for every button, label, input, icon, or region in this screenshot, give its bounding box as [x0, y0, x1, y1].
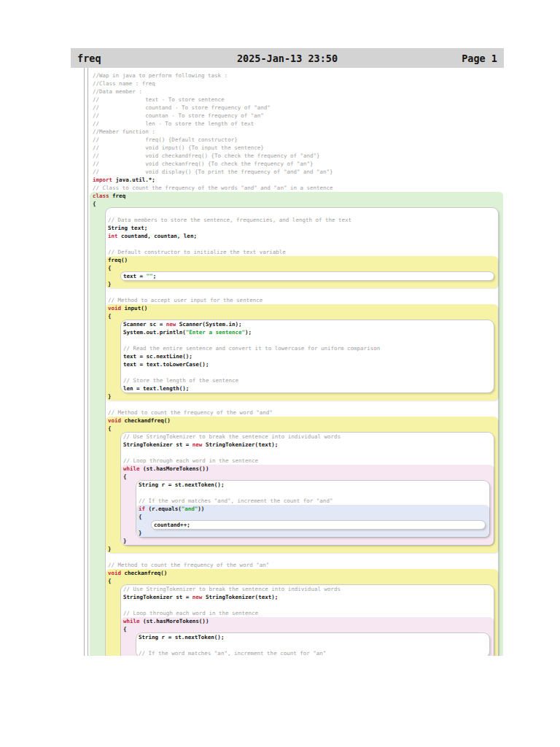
code-token-plain: Scanner sc = [123, 321, 166, 328]
code-line: void checkanfreq() [106, 569, 498, 577]
code-line: //Wap in java to perform following task … [90, 71, 503, 80]
code-token-kw: void [108, 305, 121, 311]
code-line: if (r.equals("and")) [136, 505, 489, 513]
code-token-plain: text = [123, 273, 147, 279]
code-token-str: "and" [182, 506, 198, 512]
code-token-kw: void [108, 570, 121, 576]
page-number: Page 1 [462, 53, 497, 64]
code-line: // Method to count the frequency of the … [106, 409, 498, 417]
code-token-kw: int [108, 233, 118, 239]
code-token-com: // void display() {To print the frequenc… [93, 169, 333, 175]
code-token-kw: while [123, 618, 140, 624]
code-area: //Wap in java to perform following task … [90, 71, 503, 656]
code-line: // void checkanfreq() {To check the freq… [90, 160, 503, 168]
code-line: // Method to accept user input for the s… [106, 296, 498, 304]
code-token-kw: while [123, 465, 140, 472]
scope-method: void input(){Scanner sc = new Scanner(Sy… [106, 304, 498, 400]
code-line: text = text.toLowerCase(); [121, 360, 494, 368]
page-margin-line-outer [84, 68, 85, 656]
code-line: void checkandfreq() [106, 417, 498, 425]
code-line: //Member function : [90, 128, 503, 136]
code-token-plain: } [108, 281, 112, 287]
scope-method: freq(){text = "";} [106, 256, 498, 288]
code-token-str: "Enter a sentence" [186, 329, 245, 336]
code-line: // Loop through each word in the sentenc… [121, 609, 494, 617]
code-token-plain: StringTokenizer st = [123, 594, 192, 600]
code-line: freq() [106, 256, 498, 264]
code-line: String r = st.nextToken(); [136, 481, 489, 489]
code-token-com: // freq() {Default constructor} [93, 136, 238, 143]
code-line: countand++; [152, 521, 485, 529]
code-line: // Class to count the frequency of the w… [90, 184, 503, 192]
code-line: // countan - To store frequency of "an" [90, 112, 503, 120]
code-token-com: // countand - To store frequency of "and… [93, 104, 271, 111]
code-token-kw: if [139, 506, 145, 512]
code-token-com: // Method to count the frequency of the … [108, 562, 269, 568]
code-token-plain: StringTokenizer st = [123, 441, 192, 448]
code-line: void input() [106, 304, 498, 312]
scope-body: // Use StringTokenizer to break the sent… [121, 585, 494, 656]
code-line: // Store the length of the sentence [121, 376, 494, 384]
code-token-plain: StringTokenizer(text); [202, 594, 278, 600]
scope-body: countand++; [152, 521, 485, 529]
code-token-com: //Class name : freq [93, 80, 155, 87]
code-line: { [136, 513, 489, 521]
code-line [136, 641, 489, 649]
code-token-com: //Wap in java to perform following task … [93, 72, 228, 79]
code-token-com: // If the word matches "an", increment t… [139, 650, 326, 656]
code-token-com: //Data member : [93, 88, 142, 95]
code-token-com: // len - To store the length of text [93, 120, 254, 127]
code-line: // countand - To store frequency of "and… [90, 104, 503, 112]
code-token-plain: System.out.println( [123, 329, 186, 336]
print-header: freq 2025-Jan-13 23:50 Page 1 [71, 48, 504, 68]
code-token-plain: { [123, 473, 127, 480]
code-line: import java.util.*; [90, 176, 503, 184]
code-token-plain: } [108, 546, 112, 552]
code-line: String text; [106, 224, 498, 232]
code-token-com: //Member function : [93, 128, 155, 135]
code-token-kw: import [93, 177, 112, 183]
scope-body: text = ""; [121, 272, 494, 280]
scope-body: // Data members to store the sentence, f… [106, 208, 498, 656]
code-token-plain: } [139, 530, 142, 536]
scope-loop: while (st.hasMoreTokens()){String r = st… [121, 465, 494, 545]
scope-class: class freq{ // Data members to store the… [90, 192, 503, 656]
code-token-plain: freq() [108, 257, 128, 263]
code-token-plain: checkanfreq() [121, 570, 167, 576]
code-line: // void checkandfreq() {To check the fre… [90, 152, 503, 160]
code-token-com: // Read the entire sentence and convert … [123, 345, 380, 352]
code-line: System.out.println("Enter a sentence"); [121, 328, 494, 336]
code-token-com: // Method to accept user input for the s… [108, 297, 262, 303]
code-token-plain: { [108, 265, 112, 271]
code-token-plain: { [108, 578, 112, 584]
code-token-com: // Loop through each word in the sentenc… [123, 457, 258, 464]
code-line: } [106, 545, 498, 553]
code-token-plain: text = sc.nextLine(); [123, 353, 192, 360]
code-token-com: // text - To store sentence [93, 96, 225, 103]
code-token-kw: void [108, 417, 121, 424]
code-token-plain: { [93, 201, 96, 207]
code-token-plain: len = text.length(); [123, 385, 189, 392]
code-line: // len - To store the length of text [90, 120, 503, 128]
code-token-com: // Use StringTokenizer to break the sent… [123, 433, 341, 440]
code-token-com: // countan - To store frequency of "an" [93, 112, 264, 119]
code-token-plain: { [139, 514, 142, 520]
code-line: // If the word matches "and", increment … [136, 497, 489, 505]
code-token-str: "" [147, 273, 153, 279]
code-token-plain: String r = st.nextToken(); [139, 634, 224, 640]
scope-body: String r = st.nextToken(); // If the wor… [136, 633, 489, 656]
code-token-plain: (st.hasMoreTokens()) [140, 618, 209, 624]
code-line: { [106, 425, 498, 433]
code-line: text = ""; [121, 272, 494, 280]
code-token-plain: input() [121, 305, 147, 311]
document-title: freq [77, 53, 101, 64]
code-line: //Data member : [90, 88, 503, 96]
code-line [121, 449, 494, 457]
scope-body: String r = st.nextToken(); // If the wor… [136, 481, 489, 537]
code-line: } [106, 392, 498, 400]
code-token-com: // void checkanfreq() {To check the freq… [93, 160, 314, 167]
code-token-plain: (st.hasMoreTokens()) [140, 465, 209, 472]
code-line: String r = st.nextToken(); [136, 633, 489, 641]
code-line: class freq [90, 192, 503, 200]
scope-cond: if (r.equals("and")){countand++;} [136, 505, 489, 537]
